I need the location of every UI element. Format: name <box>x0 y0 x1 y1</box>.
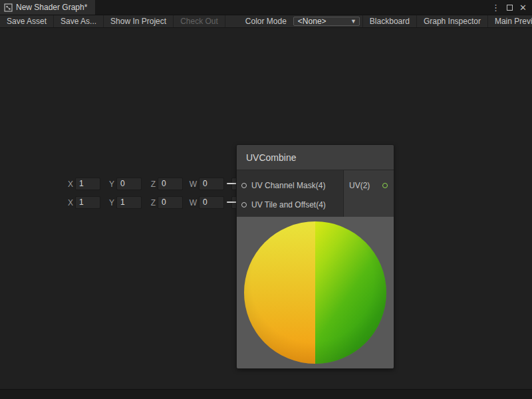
node-port-area: UV Channel Mask(4) UV Tile and Offset(4)… <box>237 170 394 217</box>
color-mode-dropdown[interactable]: <None> ▼ <box>293 17 360 26</box>
vector-field-z-input[interactable]: 0 <box>158 196 183 209</box>
vector-field-w-label: W <box>189 198 197 207</box>
node-preview <box>237 217 394 368</box>
vector-field-x-label: X <box>65 198 73 207</box>
color-mode-label: Color Mode <box>225 15 291 27</box>
vector-field-x-input[interactable]: 1 <box>75 178 100 190</box>
graph-inspector-toggle-button[interactable]: Graph Inspector <box>416 15 487 27</box>
window-controls: ⋮ ✕ <box>491 0 532 15</box>
toolbar-right-group: Blackboard Graph Inspector Main Preview <box>362 15 532 27</box>
input-port-label: UV Tile and Offset(4) <box>251 200 326 209</box>
vector-field-z-label: Z <box>148 198 156 207</box>
vector-field-z-label: Z <box>148 180 156 189</box>
window-bottom-edge <box>0 389 532 399</box>
input-port-uv-channel-mask[interactable]: UV Channel Mask(4) <box>237 176 343 195</box>
shader-graph-icon <box>4 3 13 12</box>
output-port-uv[interactable]: UV(2) <box>344 176 394 195</box>
vector-field-w-label: W <box>189 180 197 189</box>
vector-field-w-input[interactable]: 0 <box>199 196 224 209</box>
sphere-shading-overlay <box>244 221 386 364</box>
node-title: UVCombine <box>237 145 394 170</box>
vector-field-x-label: X <box>65 180 73 189</box>
node-inputs: UV Channel Mask(4) UV Tile and Offset(4) <box>237 170 343 217</box>
vector4-node-1[interactable]: X 1 Y 0 Z 0 W 0 <box>65 178 246 190</box>
color-mode-value: <None> <box>298 17 327 26</box>
input-port-label: UV Channel Mask(4) <box>251 181 325 190</box>
kebab-menu-icon[interactable]: ⋮ <box>491 3 500 13</box>
vector-field-w-input[interactable]: 0 <box>199 178 224 190</box>
output-port-icon[interactable] <box>382 183 388 188</box>
input-port-uv-tile-offset[interactable]: UV Tile and Offset(4) <box>237 195 343 214</box>
vector-field-x-input[interactable]: 1 <box>75 196 100 209</box>
node-outputs: UV(2) <box>343 170 394 217</box>
vector-field-y-label: Y <box>106 180 114 189</box>
vector-field-y-input[interactable]: 1 <box>116 196 142 209</box>
blackboard-toggle-button[interactable]: Blackboard <box>362 15 416 27</box>
main-preview-toggle-button[interactable]: Main Preview <box>487 15 532 27</box>
save-asset-button[interactable]: Save Asset <box>0 15 54 27</box>
tab-new-shader-graph[interactable]: New Shader Graph* <box>0 0 95 15</box>
close-icon[interactable]: ✕ <box>519 3 527 13</box>
vector-field-z-input[interactable]: 0 <box>158 178 183 190</box>
vector-field-y-label: Y <box>106 198 114 207</box>
check-out-button: Check Out <box>174 15 225 27</box>
maximize-icon[interactable] <box>507 3 513 13</box>
save-as-button[interactable]: Save As... <box>54 15 104 27</box>
chevron-down-icon: ▼ <box>345 18 356 25</box>
tab-bar: New Shader Graph* ⋮ ✕ <box>0 0 532 15</box>
show-in-project-button[interactable]: Show In Project <box>104 15 174 27</box>
graph-canvas[interactable]: X 1 Y 0 Z 0 W 0 X 1 Y 1 Z 0 W 0 UVCombin… <box>0 28 532 389</box>
uvcombine-node[interactable]: UVCombine UV Channel Mask(4) UV Tile and… <box>236 144 394 369</box>
maximize-box-icon <box>507 5 513 11</box>
input-port-icon[interactable] <box>241 202 247 207</box>
input-port-icon[interactable] <box>241 183 247 188</box>
output-port-label: UV(2) <box>349 181 370 190</box>
tab-title: New Shader Graph* <box>16 3 87 12</box>
vector-field-y-input[interactable]: 0 <box>116 178 142 190</box>
vector4-node-2[interactable]: X 1 Y 1 Z 0 W 0 <box>65 196 246 209</box>
shader-graph-toolbar: Save Asset Save As... Show In Project Ch… <box>0 15 532 28</box>
preview-sphere <box>244 221 386 364</box>
